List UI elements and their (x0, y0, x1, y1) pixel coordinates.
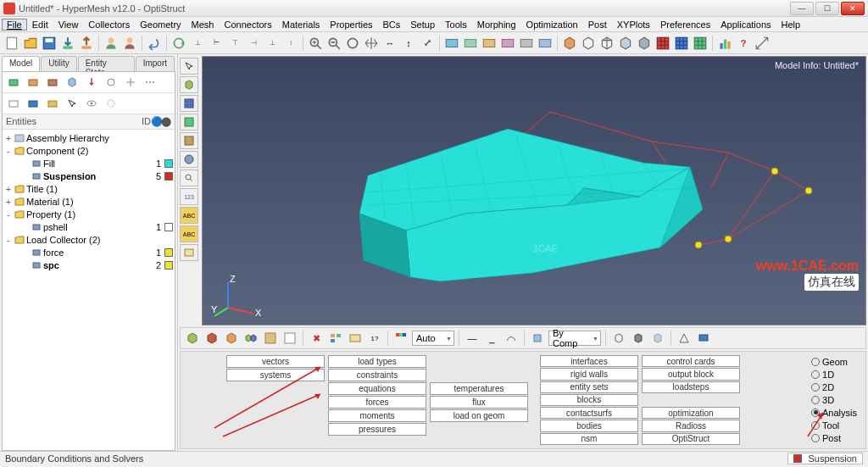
panel-btn-control-cards[interactable]: control cards (642, 355, 740, 367)
menu-mesh[interactable]: Mesh (186, 19, 220, 31)
panel-btn-contactsurfs[interactable]: contactsurfs (540, 407, 638, 419)
panel-btn-interfaces[interactable]: interfaces (540, 355, 638, 367)
menu-xyplots[interactable]: XYPlots (612, 19, 655, 31)
color-swatch[interactable] (164, 223, 173, 231)
vt-select-icon[interactable] (180, 58, 198, 75)
tree-row[interactable]: +Title (1) (4, 182, 173, 195)
menu-edit[interactable]: Edit (27, 19, 53, 31)
tree-row[interactable]: -Property (1) (4, 208, 173, 220)
cube2-icon[interactable] (580, 35, 597, 52)
panel-btn-optimization[interactable]: optimization (642, 407, 740, 419)
zoom-out-icon[interactable] (326, 35, 342, 52)
tab-model[interactable]: Model (2, 56, 40, 71)
vt-quad-icon[interactable] (180, 132, 198, 149)
radio-post[interactable]: Post (811, 431, 857, 444)
tree-expand-icon[interactable]: + (4, 197, 13, 207)
display6-icon[interactable] (537, 35, 554, 52)
tree-row[interactable]: Suspension5 (4, 170, 173, 182)
bt-trans-icon[interactable] (649, 330, 666, 347)
radio-1d[interactable]: 1D (811, 368, 857, 381)
bt-wire1-icon[interactable] (610, 330, 627, 347)
vt-mesh-icon[interactable] (180, 95, 198, 112)
new-icon[interactable] (3, 35, 20, 52)
arrows-h-icon[interactable]: ↔ (381, 35, 398, 52)
panel-btn-load-types[interactable]: load types (328, 355, 426, 368)
tree-row[interactable]: Fill1 (4, 157, 173, 170)
cube4-icon[interactable] (617, 35, 634, 52)
vt-sphere-icon[interactable] (180, 151, 198, 168)
menu-connectors[interactable]: Connectors (219, 19, 276, 31)
menu-morphing[interactable]: Morphing (472, 19, 521, 31)
radio-geom[interactable]: Geom (811, 355, 857, 368)
tree-row[interactable]: force1 (4, 246, 173, 259)
menu-file[interactable]: File (2, 19, 27, 31)
vt-abc2-icon[interactable]: ABC (180, 225, 198, 242)
save-icon[interactable] (41, 35, 58, 52)
tab-utility[interactable]: Utility (41, 56, 76, 71)
browser-disp-icon[interactable] (103, 75, 120, 90)
bt-cube2-icon[interactable] (203, 330, 220, 347)
menu-geometry[interactable]: Geometry (135, 19, 186, 31)
browser-mat-icon[interactable] (44, 75, 61, 90)
bt-surf-icon[interactable] (503, 330, 520, 347)
vt-search-icon[interactable] (180, 170, 198, 186)
browser-load-icon[interactable] (83, 75, 100, 90)
export-icon[interactable] (78, 35, 95, 52)
bt-line2-icon[interactable]: ⎯ (483, 330, 500, 347)
menu-tools[interactable]: Tools (440, 19, 472, 31)
vt-note-icon[interactable] (180, 244, 198, 261)
menu-setup[interactable]: Setup (405, 19, 440, 31)
results-icon[interactable] (716, 35, 733, 52)
panel-btn-moments[interactable]: moments (328, 409, 426, 422)
menu-help[interactable]: Help (776, 19, 806, 31)
display4-icon[interactable] (499, 35, 516, 52)
user-icon[interactable] (103, 35, 120, 52)
browser-eye-icon[interactable] (83, 96, 100, 111)
cube5-icon[interactable] (636, 35, 653, 52)
axis-yz-icon[interactable]: ⊥ (189, 35, 206, 52)
panel-btn-entity-sets[interactable]: entity sets (540, 381, 638, 393)
panel-btn-Radioss[interactable]: Radioss (642, 420, 740, 431)
panel-btn-OptiStruct[interactable]: OptiStruct (642, 433, 740, 445)
tree-expand-icon[interactable]: - (4, 209, 13, 220)
close-button[interactable]: ✕ (841, 2, 865, 15)
tree-row[interactable]: -Component (2) (4, 144, 173, 157)
panel-btn-rigid-walls[interactable]: rigid walls (540, 368, 638, 380)
bycomp-combo[interactable]: By Comp (548, 331, 601, 346)
undo-icon[interactable] (146, 35, 163, 52)
tree-row[interactable]: spc2 (4, 259, 173, 271)
panel-btn-loadsteps[interactable]: loadsteps (642, 381, 740, 393)
vt-123-icon[interactable]: 123 (180, 188, 198, 205)
tree-row[interactable]: -Load Collector (2) (4, 233, 173, 246)
axis-xy-icon[interactable]: ⊢ (208, 35, 225, 52)
query-icon[interactable]: ? (735, 35, 752, 52)
panel-btn-bodies[interactable]: bodies (540, 420, 638, 431)
mesh1-icon[interactable] (654, 35, 671, 52)
browser-filter-icon[interactable] (103, 96, 120, 111)
axis-iso-icon[interactable]: ⊣ (245, 35, 262, 52)
browser-iso-icon[interactable] (44, 96, 61, 111)
display2-icon[interactable] (462, 35, 479, 52)
bt-cubes-icon[interactable] (242, 330, 259, 347)
color-swatch[interactable] (164, 172, 173, 181)
panel-btn-output-block[interactable]: output block (642, 368, 740, 380)
bt-persp-icon[interactable] (676, 330, 693, 347)
model-tree[interactable]: +Assembly Hierarchy-Component (2)Fill1Su… (3, 130, 175, 273)
maximize-button[interactable]: ☐ (815, 2, 839, 15)
panel-btn-equations[interactable]: equations (328, 382, 426, 395)
import-icon[interactable] (59, 35, 76, 52)
color-swatch[interactable] (164, 261, 173, 270)
axis-xz-icon[interactable]: ⊤ (226, 35, 243, 52)
display5-icon[interactable] (518, 35, 535, 52)
cube3-icon[interactable] (598, 35, 615, 52)
display1-icon[interactable] (443, 35, 460, 52)
vt-abc-icon[interactable]: ABC (180, 207, 198, 224)
bt-delete-icon[interactable]: ✖ (308, 330, 325, 347)
cube1-icon[interactable] (561, 35, 578, 52)
tree-row[interactable]: +Assembly Hierarchy (4, 131, 173, 144)
bt-elem-icon[interactable] (529, 330, 546, 347)
panel-btn-forces[interactable]: forces (328, 396, 426, 409)
axis-rev-icon[interactable]: ⊥ (264, 35, 281, 52)
menu-materials[interactable]: Materials (277, 19, 326, 31)
panel-btn-flux[interactable]: flux (430, 396, 528, 409)
